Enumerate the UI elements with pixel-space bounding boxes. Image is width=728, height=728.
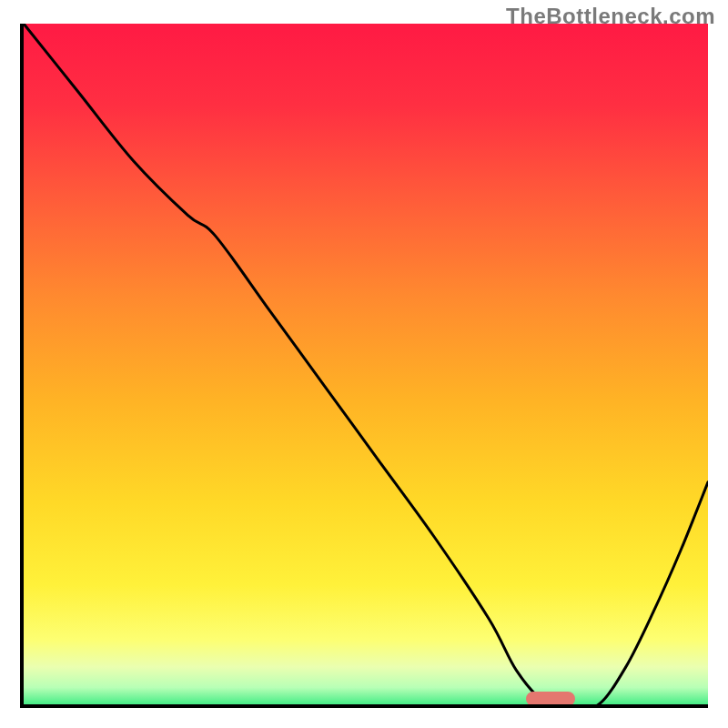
watermark-label: TheBottleneck.com [506, 4, 715, 29]
optimum-marker [526, 692, 575, 706]
chart-plot-area [20, 24, 708, 708]
chart-curve [24, 24, 708, 708]
